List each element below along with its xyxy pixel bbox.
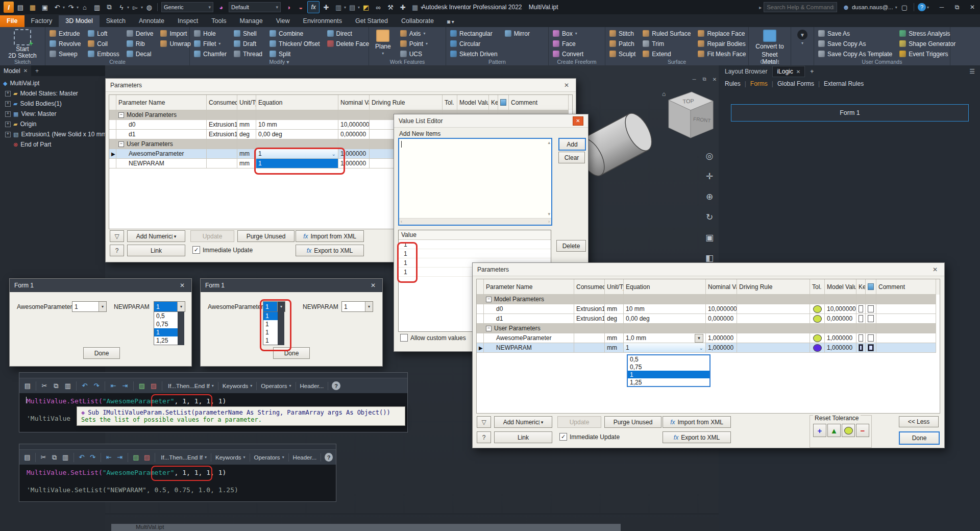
chevron-down-icon[interactable]: ▾: [99, 302, 106, 311]
param-row-newparam[interactable]: ▶NEWPARAMmm1⌄1,0000001,000000: [477, 343, 940, 353]
ribbon-tab-annotate[interactable]: Annotate: [132, 15, 171, 27]
dropdown-item-1[interactable]: 0,75: [154, 320, 178, 328]
view-cube[interactable]: TOP FRONT ⌂: [656, 81, 720, 150]
tolerance-indicator[interactable]: [813, 315, 822, 323]
search-input[interactable]: [764, 2, 837, 12]
restore-button[interactable]: ⧉: [949, 0, 965, 14]
dialog-title-bar[interactable]: Value List Editor ✕: [394, 114, 588, 128]
ribbon-button-extrude[interactable]: Extrude: [48, 29, 82, 38]
dialog-title-bar[interactable]: Form 1 ✕: [10, 279, 191, 292]
code-line-2[interactable]: 'MultiValue: [27, 415, 70, 422]
redo-icon[interactable]: ↷: [88, 452, 97, 463]
clear-button[interactable]: Clear: [558, 152, 585, 163]
help-button[interactable]: ?: [477, 431, 491, 443]
ribbon-button-revolve[interactable]: Revolve: [48, 39, 82, 49]
drawing-icon[interactable]: ▥: [91, 2, 103, 13]
ribbon-button-combine[interactable]: Combine: [268, 29, 321, 38]
ribbon-button-sweep[interactable]: Sweep: [48, 49, 82, 59]
user-menu-arrow-icon[interactable]: ▾: [895, 5, 897, 10]
panel-menu-icon[interactable]: ☰: [969, 68, 980, 75]
copy-icon[interactable]: ⧉: [51, 381, 61, 391]
scroll-down-icon[interactable]: ▾: [548, 211, 550, 216]
tolerance-minus-button[interactable]: −: [856, 424, 869, 437]
help-menu-arrow-icon[interactable]: ▾: [927, 5, 929, 10]
chevron-down-icon[interactable]: ▾: [127, 5, 129, 10]
dropdown-item-3[interactable]: 1,25: [154, 336, 178, 345]
ribbon-button-draft[interactable]: Draft: [233, 39, 263, 49]
import-from-xml-button[interactable]: fxImport from XML: [296, 230, 364, 242]
menu-if-then-end-if[interactable]: If...Then...End If▾: [165, 383, 216, 389]
menu-if-then-end-if[interactable]: If...Then...End If▾: [158, 454, 209, 461]
redo-icon[interactable]: ↷: [65, 2, 77, 13]
ribbon-button-unwrap[interactable]: Unwrap: [159, 39, 191, 49]
add-button[interactable]: Add: [558, 138, 586, 151]
menu-operators[interactable]: Operators▾: [258, 383, 293, 389]
ribbon-button-plane[interactable]: Plane▾: [372, 29, 394, 62]
scroll-up-icon[interactable]: ▴: [548, 140, 550, 145]
key-checkbox[interactable]: [859, 315, 863, 322]
zoom-icon[interactable]: ⊕: [703, 188, 716, 205]
new-file-icon[interactable]: ▤: [15, 2, 26, 13]
tolerance-indicator[interactable]: [813, 334, 822, 342]
ribbon-button-repair-bodies[interactable]: Repair Bodies: [697, 39, 747, 49]
ribbon-tab-get-started[interactable]: Get Started: [349, 15, 395, 27]
key-checkbox[interactable]: [859, 344, 863, 351]
filter-button[interactable]: ▽: [477, 416, 491, 428]
ribbon-tab-environments[interactable]: Environments: [297, 15, 349, 27]
done-button[interactable]: Done: [273, 347, 310, 359]
chevron-down-icon[interactable]: ▾: [141, 5, 143, 10]
copy-icon[interactable]: ⧉: [50, 452, 59, 463]
dialog-title-bar[interactable]: Parameters ✕: [473, 263, 944, 276]
expand-icon[interactable]: +: [5, 132, 11, 137]
less-button[interactable]: << Less: [899, 416, 939, 427]
close-icon[interactable]: ✕: [796, 69, 800, 75]
print-icon[interactable]: ▤: [22, 381, 33, 391]
dropdown-item-0[interactable]: 0,5: [154, 312, 178, 320]
add-new-items-textarea[interactable]: ▴ ▾ ‹ ›: [398, 138, 552, 226]
add-panel-tab-button[interactable]: +: [806, 66, 818, 77]
tree-item-model-states-master[interactable]: +▰Model States: Master: [3, 88, 105, 99]
tolerance-median-button[interactable]: ▲: [827, 424, 841, 437]
chevron-down-icon[interactable]: ⌄: [699, 345, 703, 351]
param-row-d0[interactable]: d0Extrusion1mm10 mm10,00000010,000000: [477, 304, 940, 314]
loop-icon[interactable]: ∞: [373, 2, 384, 13]
expand-icon[interactable]: +: [5, 91, 11, 96]
minimize-button[interactable]: ─: [934, 0, 949, 14]
paste-icon[interactable]: ▥: [61, 452, 70, 463]
immediate-update-checkbox[interactable]: ✓: [559, 433, 567, 441]
ribbon-button-thicken-offset[interactable]: Thicken/ Offset: [268, 39, 321, 49]
export-checkbox[interactable]: [868, 315, 874, 322]
param-row-d1[interactable]: d1Extrusion1deg0,00 deg0,0000000,000000: [477, 314, 940, 324]
outdent-icon[interactable]: ⇤: [104, 452, 114, 463]
ribbon-button-fillet[interactable]: Fillet▾: [193, 39, 228, 49]
subtab-rules[interactable]: Rules: [725, 80, 741, 87]
param1-dropdown-list[interactable]: 1111: [263, 311, 278, 345]
ribbon-button-event-triggers[interactable]: Event Triggers: [898, 49, 957, 59]
outdent-icon[interactable]: ⇤: [108, 381, 118, 391]
scroll-left-icon[interactable]: ‹: [401, 219, 402, 224]
ribbon-button-import[interactable]: Import: [159, 29, 191, 38]
ribbon-button-replace-face[interactable]: Replace Face: [697, 29, 747, 38]
menu-operators[interactable]: Operators▾: [251, 454, 286, 461]
orbit-icon[interactable]: ↻: [703, 208, 716, 226]
qat-appearance-combo[interactable]: Default▾: [229, 2, 281, 12]
ribbon-button-emboss[interactable]: Emboss: [87, 49, 120, 59]
quick-command-icon[interactable]: ϟ: [116, 2, 127, 13]
menu-header-[interactable]: Header...: [298, 383, 327, 389]
ribbon-button-decal[interactable]: Decal: [126, 49, 155, 59]
collapse-icon[interactable]: −: [486, 297, 492, 302]
export-checkbox[interactable]: [868, 305, 874, 312]
chevron-down-icon[interactable]: ▾: [272, 5, 279, 10]
ribbon-button-rib[interactable]: Rib: [126, 39, 155, 49]
ribbon-tab-tools[interactable]: Tools: [205, 15, 233, 27]
add-comment-icon[interactable]: ▨: [137, 381, 147, 391]
ribbon-button-chamfer[interactable]: Chamfer: [193, 49, 228, 59]
look-at-icon[interactable]: ▣: [703, 229, 716, 246]
ribbon-button-save-as[interactable]: Save As: [817, 29, 893, 38]
ribbon-tab-file[interactable]: File: [0, 15, 24, 27]
copy-icon[interactable]: ⧉: [104, 2, 115, 13]
ribbon-tab-sketch[interactable]: Sketch: [100, 15, 132, 27]
chevron-down-icon[interactable]: ⌄: [332, 151, 336, 157]
ribbon-button-extend[interactable]: Extend: [642, 49, 692, 59]
code-window-frame[interactable]: [19, 373, 407, 378]
